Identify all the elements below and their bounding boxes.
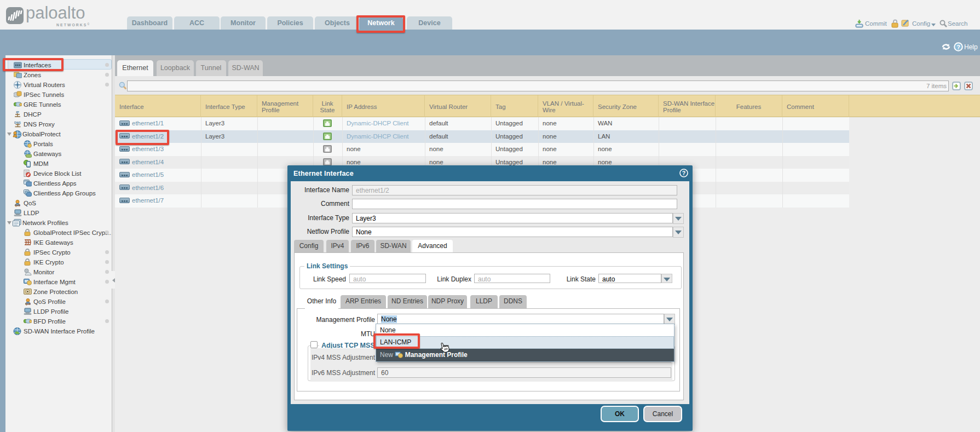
svg-text:QoS: QoS: [15, 204, 20, 207]
svg-text:?: ?: [956, 44, 960, 50]
svg-text:?: ?: [682, 170, 685, 176]
svg-text:QoS: QoS: [25, 303, 30, 306]
